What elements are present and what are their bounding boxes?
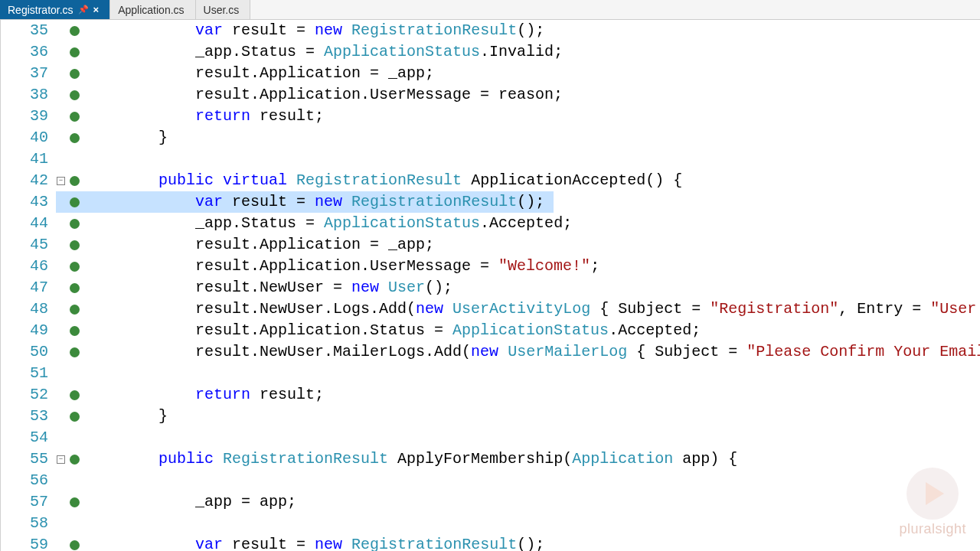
code-text[interactable]: return result;	[83, 384, 980, 406]
code-line[interactable]: 43 var result = new RegistrationResult()…	[1, 191, 980, 213]
code-text[interactable]: public virtual RegistrationResult Applic…	[83, 170, 980, 191]
code-line[interactable]: 44 _app.Status = ApplicationStatus.Accep…	[1, 213, 980, 234]
code-text[interactable]	[83, 148, 980, 170]
code-text[interactable]: var result = new RegistrationResult();	[83, 534, 980, 551]
code-line[interactable]: 47 result.NewUser = new User();	[1, 277, 980, 298]
fold-gutter[interactable]: −	[56, 170, 67, 191]
tracked-dot-icon	[70, 240, 80, 250]
fold-gutter	[56, 41, 67, 63]
code-text[interactable]: }	[83, 127, 980, 148]
code-line[interactable]: 45 result.Application = _app;	[1, 234, 980, 256]
code-line[interactable]: 59 var result = new RegistrationResult()…	[1, 534, 980, 551]
tracked-dot-icon	[70, 540, 80, 550]
code-text[interactable]: result.NewUser.MailerLogs.Add(new UserMa…	[83, 341, 980, 363]
code-text[interactable]: result.Application = _app;	[83, 234, 980, 256]
line-number: 52	[1, 384, 56, 406]
fold-gutter	[56, 470, 67, 491]
fold-gutter	[56, 106, 67, 127]
code-line[interactable]: 57 _app = app;	[1, 491, 980, 513]
line-number: 46	[1, 256, 56, 277]
line-number: 41	[1, 148, 56, 170]
tracked-dot-icon	[70, 262, 80, 272]
tracking-gutter	[67, 41, 83, 63]
brand-label: pluralsight	[899, 521, 966, 537]
code-text[interactable]	[83, 427, 980, 448]
code-text[interactable]: _app.Status = ApplicationStatus.Accepted…	[83, 213, 980, 234]
code-line[interactable]: 53 }	[1, 406, 980, 427]
line-number: 39	[1, 106, 56, 127]
tracking-gutter	[67, 277, 83, 298]
code-text[interactable]: result.NewUser = new User();	[83, 277, 980, 298]
code-line[interactable]: 40 }	[1, 127, 980, 148]
code-line[interactable]: 37 result.Application = _app;	[1, 63, 980, 84]
code-text[interactable]: }	[83, 406, 980, 427]
code-line[interactable]: 42− public virtual RegistrationResult Ap…	[1, 170, 980, 191]
line-number: 42	[1, 170, 56, 191]
code-line[interactable]: 55− public RegistrationResult ApplyForMe…	[1, 448, 980, 470]
code-line[interactable]: 52 return result;	[1, 384, 980, 406]
line-number: 55	[1, 448, 56, 470]
code-text[interactable]: public RegistrationResult ApplyForMember…	[83, 448, 980, 470]
code-text[interactable]: result.NewUser.Logs.Add(new UserActivity…	[83, 298, 980, 320]
code-line[interactable]: 46 result.Application.UserMessage = "Wel…	[1, 256, 980, 277]
code-line[interactable]: 48 result.NewUser.Logs.Add(new UserActiv…	[1, 298, 980, 320]
code-line[interactable]: 36 _app.Status = ApplicationStatus.Inval…	[1, 41, 980, 63]
fold-gutter	[56, 256, 67, 277]
tracking-gutter	[67, 148, 83, 170]
pin-icon[interactable]: 📌	[78, 5, 89, 15]
line-number: 36	[1, 41, 56, 63]
tracking-gutter	[67, 491, 83, 513]
tab-application-cs[interactable]: Application.cs	[110, 0, 195, 19]
code-text[interactable]	[83, 363, 980, 384]
code-line[interactable]: 39 return result;	[1, 106, 980, 127]
tracked-dot-icon	[70, 390, 80, 400]
code-text[interactable]: _app.Status = ApplicationStatus.Invalid;	[83, 41, 980, 63]
code-text[interactable]: result.Application.UserMessage = "Welcom…	[83, 256, 980, 277]
fold-minus-icon[interactable]: −	[57, 177, 65, 185]
fold-gutter	[56, 406, 67, 427]
tracking-gutter	[67, 213, 83, 234]
tracked-dot-icon	[70, 197, 80, 207]
code-line[interactable]: 35 var result = new RegistrationResult()…	[1, 20, 980, 41]
code-text[interactable]	[83, 470, 980, 491]
code-text[interactable]: var result = new RegistrationResult();	[83, 191, 980, 213]
tab-registrator-cs[interactable]: Registrator.cs📌×	[0, 0, 110, 19]
tab-user-cs[interactable]: User.cs	[196, 0, 251, 19]
fold-gutter	[56, 20, 67, 41]
line-number: 51	[1, 363, 56, 384]
fold-gutter	[56, 534, 67, 551]
code-line[interactable]: 41	[1, 148, 980, 170]
code-editor[interactable]: 35 var result = new RegistrationResult()…	[0, 20, 980, 551]
code-text[interactable]: var result = new RegistrationResult();	[83, 20, 980, 41]
code-text[interactable]	[83, 513, 980, 534]
line-number: 43	[1, 191, 56, 213]
code-line[interactable]: 51	[1, 363, 980, 384]
code-line[interactable]: 50 result.NewUser.MailerLogs.Add(new Use…	[1, 341, 980, 363]
pluralsight-watermark: pluralsight	[899, 468, 966, 537]
tracked-dot-icon	[70, 90, 80, 100]
code-line[interactable]: 56	[1, 470, 980, 491]
line-number: 48	[1, 298, 56, 320]
code-line[interactable]: 54	[1, 427, 980, 448]
tracking-gutter	[67, 384, 83, 406]
fold-gutter[interactable]: −	[56, 448, 67, 470]
code-text[interactable]: return result;	[83, 106, 980, 127]
code-line[interactable]: 49 result.Application.Status = Applicati…	[1, 320, 980, 341]
tracked-dot-icon	[70, 347, 80, 357]
code-text[interactable]: result.Application.UserMessage = reason;	[83, 84, 980, 106]
line-number: 35	[1, 20, 56, 41]
tracking-gutter	[67, 20, 83, 41]
close-icon[interactable]: ×	[93, 4, 100, 15]
code-text[interactable]: result.Application.Status = ApplicationS…	[83, 320, 980, 341]
code-text[interactable]: _app = app;	[83, 491, 980, 513]
code-text[interactable]: result.Application = _app;	[83, 63, 980, 84]
fold-minus-icon[interactable]: −	[57, 455, 65, 464]
code-line[interactable]: 58	[1, 513, 980, 534]
line-number: 58	[1, 513, 56, 534]
fold-gutter	[56, 491, 67, 513]
code-line[interactable]: 38 result.Application.UserMessage = reas…	[1, 84, 980, 106]
line-number: 49	[1, 320, 56, 341]
line-number: 38	[1, 84, 56, 106]
fold-gutter	[56, 148, 67, 170]
line-number: 59	[1, 534, 56, 551]
